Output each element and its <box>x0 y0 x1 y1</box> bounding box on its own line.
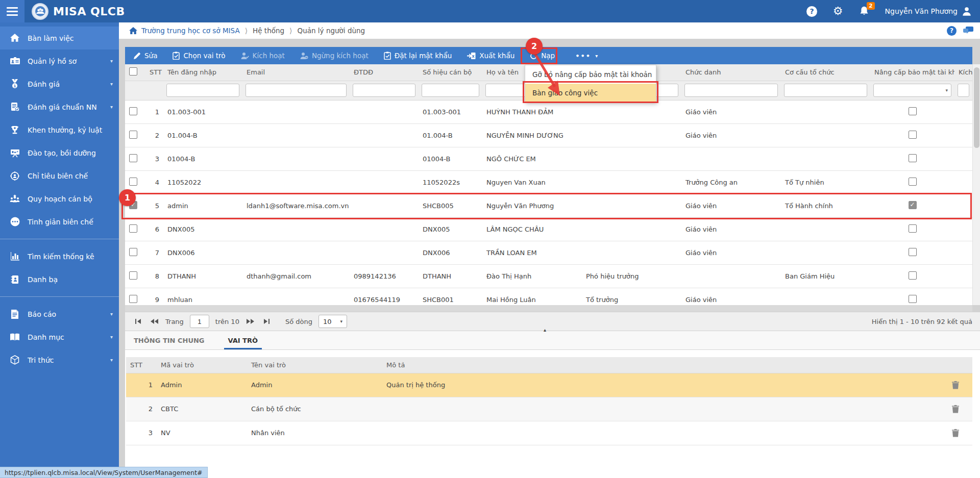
filter-username-input[interactable] <box>166 84 239 97</box>
table-row[interactable]: 201.004-B 01.004-BNGUYỄN MINH DƯƠNG Giáo… <box>125 123 972 147</box>
col-org[interactable]: Cơ cấu tổ chức <box>781 64 870 81</box>
tab-vai-tro[interactable]: VAI TRÒ <box>226 331 260 349</box>
sidebar-item-danh-gia-chuan-nn[interactable]: Đánh giá chuẩn NN ▾ <box>0 95 119 118</box>
row-checkbox[interactable] <box>129 131 137 139</box>
first-page-icon[interactable] <box>133 317 143 326</box>
sidebar-item-quan-ly-ho-so[interactable]: Quản lý hồ sơ ▾ <box>0 49 119 72</box>
sidebar-item-tim-kiem-thong-ke[interactable]: Tìm kiếm thống kê <box>0 245 119 268</box>
gear-icon[interactable]: ⚙ <box>832 5 844 17</box>
row-checkbox[interactable] <box>129 248 137 256</box>
col-phone[interactable]: ĐTDĐ <box>350 64 419 81</box>
breadcrumb-root[interactable]: Trường trung học cơ sở MISA <box>141 27 240 35</box>
menu-item-go-bo-nang-cap[interactable]: Gỡ bỏ nâng cấp bảo mật tài khoản <box>525 65 656 84</box>
next-page-icon[interactable] <box>246 317 256 326</box>
bell-icon[interactable]: 2 <box>858 5 870 17</box>
deactivate-button[interactable]: Ngừng kích hoạt <box>300 52 369 60</box>
activate-button[interactable]: Kích hoạt <box>241 52 285 60</box>
role-row[interactable]: 1 Admin Admin Quản trị hệ thống <box>126 373 972 397</box>
last-page-icon[interactable] <box>262 317 272 326</box>
hamburger-menu-icon[interactable] <box>0 0 24 22</box>
select-all-checkbox[interactable] <box>129 67 137 76</box>
help-icon[interactable]: ? <box>806 5 818 17</box>
table-row-selected[interactable]: 5admin ldanh1@software.misa.com.vn SHCB0… <box>125 194 972 217</box>
scrollbar-thumb[interactable] <box>974 67 979 148</box>
home-icon[interactable] <box>129 27 137 35</box>
reset-password-button[interactable]: Đặt lại mật khẩu <box>384 52 452 60</box>
upgrade-checkbox[interactable] <box>909 154 917 162</box>
upgrade-checkbox[interactable] <box>909 131 917 139</box>
sidebar-item-tinh-gian-bien-che[interactable]: Tinh giản biên chế <box>0 210 119 233</box>
col-upgrade[interactable]: Nâng cấp bảo mật tài khoản <box>870 64 954 81</box>
reload-button[interactable]: Nạp <box>530 52 555 60</box>
horizontal-scrollbar[interactable] <box>125 305 972 312</box>
filter-org-input[interactable] <box>784 84 867 97</box>
feedback-chat-icon[interactable] <box>963 26 974 35</box>
row-checkbox[interactable] <box>129 271 137 280</box>
filter-email-input[interactable] <box>246 84 347 97</box>
upgrade-checkbox[interactable] <box>909 295 917 303</box>
user-menu[interactable]: Nguyễn Văn Phương <box>884 6 972 16</box>
more-actions-button[interactable]: ••• ▾ <box>570 49 603 63</box>
row-checkbox[interactable] <box>129 201 137 209</box>
chevron-down-icon: ▾ <box>595 53 598 59</box>
col-email[interactable]: Email <box>242 64 350 81</box>
delete-role-icon[interactable] <box>846 429 968 437</box>
table-row[interactable]: 301004-B 01004-BNGÔ CHỨC EM <box>125 147 972 170</box>
delete-role-icon[interactable] <box>846 381 968 389</box>
choose-role-button[interactable]: Chọn vai trò <box>173 52 225 60</box>
col-active[interactable]: Kích hoạt <box>954 64 972 81</box>
rows-per-page-select[interactable]: 10▾ <box>318 315 347 328</box>
sidebar-item-danh-muc[interactable]: Danh mục ▾ <box>0 325 119 348</box>
table-row[interactable]: 7DNX006 DNX006TRẦN LOAN EM Giáo viên <box>125 241 972 264</box>
sidebar-item-quy-hoach-can-bo[interactable]: Quy hoạch cán bộ <box>0 187 119 210</box>
sidebar-item-bao-cao[interactable]: Báo cáo ▾ <box>0 303 119 325</box>
breadcrumb-level1[interactable]: Hệ thống <box>253 27 284 35</box>
logo-people-icon <box>32 3 48 20</box>
table-row[interactable]: 6DNX005 DNX005LÂM NGỌC CHÂU Giáo viên <box>125 217 972 241</box>
sidebar-item-tri-thuc[interactable]: Tri thức ▾ <box>0 348 119 371</box>
sidebar-item-danh-ba[interactable]: Danh bạ <box>0 268 119 291</box>
upgrade-checkbox[interactable] <box>909 107 917 115</box>
row-checkbox[interactable] <box>129 107 137 115</box>
col-stt[interactable]: STT <box>145 64 163 81</box>
upgrade-checkbox[interactable] <box>909 201 917 209</box>
row-checkbox[interactable] <box>129 154 137 162</box>
sidebar-item-khen-thuong-ky-luat[interactable]: Khen thưởng, kỷ luật <box>0 118 119 141</box>
filter-title-input[interactable] <box>684 84 778 97</box>
upgrade-checkbox[interactable] <box>909 271 917 280</box>
user-avatar-icon <box>962 6 972 16</box>
filter-upgrade-select[interactable] <box>873 84 951 97</box>
collapse-panel-icon[interactable]: ▴ <box>544 327 546 333</box>
filter-active-input[interactable] <box>958 84 969 97</box>
col-code[interactable]: Số hiệu cán bộ <box>419 64 482 81</box>
table-row[interactable]: 411052022 11052022sNguyen Van Xuan Trưởn… <box>125 170 972 194</box>
upgrade-checkbox[interactable] <box>909 224 917 233</box>
row-checkbox[interactable] <box>129 224 137 233</box>
role-row[interactable]: 3 NV Nhân viên <box>126 421 972 445</box>
prev-page-icon[interactable] <box>149 317 159 326</box>
role-row[interactable]: 2 CBTC Cán bộ tổ chức <box>126 397 972 421</box>
page-number-input[interactable] <box>190 315 209 328</box>
page-help-icon[interactable]: ? <box>947 26 957 36</box>
sidebar-item-chi-tieu-bien-che[interactable]: Chỉ tiêu biên chế <box>0 164 119 187</box>
vertical-scrollbar[interactable] <box>972 64 980 305</box>
tab-thong-tin-chung[interactable]: THÔNG TIN CHUNG <box>132 331 207 349</box>
delete-role-icon[interactable] <box>846 405 968 413</box>
row-checkbox[interactable] <box>129 178 137 186</box>
row-checkbox[interactable] <box>129 295 137 303</box>
col-username[interactable]: Tên đăng nhập <box>163 64 242 81</box>
filter-phone-input[interactable] <box>353 84 415 97</box>
edit-button[interactable]: Sửa <box>133 52 157 60</box>
col-title[interactable]: Chức danh <box>681 64 781 81</box>
sidebar-item-ban-lam-viec[interactable]: Bàn làm việc <box>0 27 119 49</box>
id-card-icon <box>9 56 20 67</box>
sidebar-item-dao-tao-boi-duong[interactable]: Đào tạo, bồi dưỡng <box>0 141 119 164</box>
table-row[interactable]: 101.003-001 01.003-001HUỲNH THANH ĐẢM Gi… <box>125 100 972 123</box>
menu-item-ban-giao-cong-viec[interactable]: Bàn giao công việc <box>525 84 656 102</box>
table-row[interactable]: 8DTHANH dthanh@gmail.com0989142136 DTHAN… <box>125 264 972 288</box>
export-button[interactable]: x Xuất khẩu <box>467 52 514 60</box>
filter-code-input[interactable] <box>422 84 479 97</box>
upgrade-checkbox[interactable] <box>909 248 917 256</box>
sidebar-item-danh-gia[interactable]: 1 Đánh giá ▾ <box>0 72 119 95</box>
upgrade-checkbox[interactable] <box>909 178 917 186</box>
